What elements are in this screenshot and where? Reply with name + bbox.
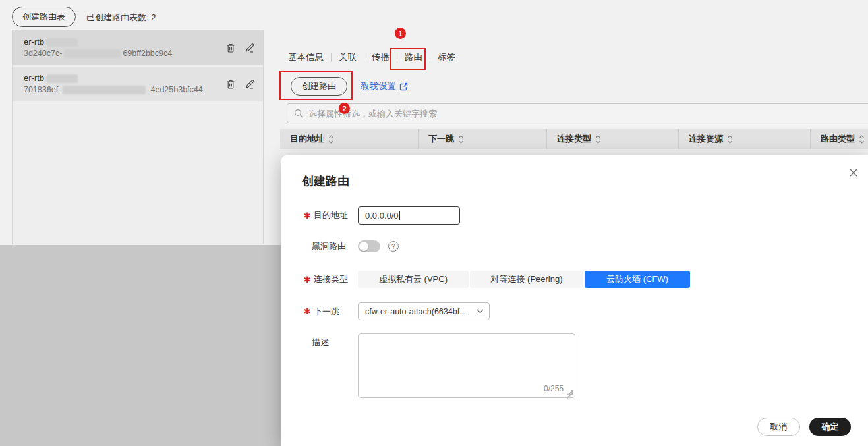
edit-icon[interactable] [245, 43, 255, 53]
tab-associations[interactable]: 关联 [339, 51, 357, 63]
column-label: 连接类型 [557, 133, 591, 145]
blackhole-label: 黑洞路由 [304, 240, 358, 252]
create-route-dialog: 创建路由 ✱ 目的地址 0.0.0.0/0 黑洞路由 ? ✱ [281, 155, 868, 446]
detail-tabs: 基本信息 关联 传播 路由 标签 [288, 51, 463, 64]
tab-tags[interactable]: 标签 [438, 51, 455, 63]
search-icon [294, 109, 303, 118]
tab-separator [364, 53, 364, 62]
route-table-count-text: 已创建路由表数: 2 [86, 12, 156, 24]
required-asterisk: ✱ [304, 211, 311, 221]
redacted-block [63, 86, 146, 94]
next-hop-select[interactable]: cfw-er-auto-attach(6634bf... [358, 302, 490, 320]
external-link-icon [399, 82, 408, 91]
attachment-type-option-peering[interactable]: 对等连接 (Peering) [470, 271, 583, 288]
annotation-step-1-badge: 1 [395, 28, 406, 39]
column-header-route-type[interactable]: 路由类型 [810, 129, 868, 149]
help-icon[interactable]: ? [388, 241, 399, 252]
sort-icon[interactable] [859, 135, 865, 144]
redacted-block [64, 49, 121, 58]
attachment-type-row: ✱ 连接类型 虚拟私有云 (VPC) 对等连接 (Peering) 云防火墙 (… [304, 271, 691, 288]
tab-basic-info[interactable]: 基本信息 [288, 51, 324, 63]
annotation-box-routes-tab [390, 48, 426, 70]
sort-icon[interactable] [458, 135, 464, 144]
annotation-step-2-badge: 2 [339, 103, 350, 114]
destination-input[interactable]: 0.0.0.0/0 [358, 206, 460, 225]
redacted-block [46, 38, 78, 47]
edit-icon[interactable] [245, 79, 255, 90]
text-caret [399, 211, 401, 220]
delete-icon[interactable] [225, 43, 236, 53]
required-asterisk: ✱ [304, 306, 311, 316]
description-textarea[interactable] [358, 333, 575, 398]
toggle-knob [359, 242, 368, 251]
sort-icon[interactable] [328, 135, 334, 144]
cancel-button[interactable]: 取消 [757, 418, 800, 436]
route-table-list: er-rtb 3d240c7c-69bff2bbc9c4 er-rtb 7018 [12, 30, 264, 244]
next-hop-label: ✱ 下一跳 [304, 306, 358, 318]
column-label: 目的地址 [290, 133, 324, 145]
search-input[interactable] [308, 109, 868, 119]
resize-grip-icon[interactable] [567, 390, 573, 395]
column-header-destination[interactable]: 目的地址 [280, 129, 418, 149]
column-label: 下一跳 [428, 133, 454, 145]
blackhole-toggle[interactable] [358, 240, 380, 252]
setup-guide-link[interactable]: 教我设置 [361, 77, 408, 96]
blackhole-field-row: 黑洞路由 ? [304, 238, 399, 254]
column-header-attachment-type[interactable]: 连接类型 [546, 129, 678, 149]
sort-icon[interactable] [727, 135, 733, 144]
dialog-title: 创建路由 [302, 173, 349, 189]
route-table-name: er-rtb [24, 72, 256, 84]
delete-icon[interactable] [225, 79, 236, 90]
route-table-item-2[interactable]: er-rtb 701836ef--4ed25b3bfc44 [13, 67, 263, 101]
column-header-next-hop[interactable]: 下一跳 [418, 129, 546, 149]
redacted-block [46, 74, 78, 83]
char-counter: 0/255 [544, 384, 564, 393]
next-hop-row: ✱ 下一跳 cfw-er-auto-attach(6634bf... [304, 302, 490, 320]
description-label: 描述 [304, 333, 358, 348]
close-icon[interactable] [848, 167, 859, 178]
route-table-item-1[interactable]: er-rtb 3d240c7c-69bff2bbc9c4 [13, 30, 263, 65]
column-label: 路由类型 [821, 133, 855, 145]
chevron-down-icon [477, 309, 484, 314]
confirm-button[interactable]: 确定 [809, 418, 851, 436]
route-search-box [287, 103, 868, 123]
column-header-attachment-resource[interactable]: 连接资源 [678, 129, 810, 149]
dialog-footer: 取消 确定 [757, 418, 851, 436]
attachment-type-option-cfw-selected[interactable]: 云防火墙 (CFW) [585, 271, 690, 288]
description-row: 描述 0/255 [304, 333, 575, 398]
attachment-type-label: ✱ 连接类型 [304, 273, 358, 285]
tab-propagations[interactable]: 传播 [372, 51, 390, 63]
next-hop-value: cfw-er-auto-attach(6634bf... [365, 307, 477, 316]
destination-field-row: ✱ 目的地址 0.0.0.0/0 [304, 206, 460, 225]
route-table-id: 3d240c7c-69bff2bbc9c4 [24, 47, 256, 59]
description-textarea-wrap: 0/255 [358, 333, 575, 398]
column-label: 连接资源 [689, 133, 723, 145]
required-asterisk: ✱ [304, 275, 311, 285]
route-table-id: 701836ef--4ed25b3bfc44 [24, 84, 256, 96]
destination-label: ✱ 目的地址 [304, 209, 358, 221]
route-table-header: 目的地址 下一跳 连接类型 连接资源 [280, 129, 868, 149]
annotation-box-create-route [279, 71, 353, 100]
setup-guide-label: 教我设置 [361, 80, 396, 92]
create-route-table-button[interactable]: 创建路由表 [12, 7, 76, 27]
attachment-type-option-vpc[interactable]: 虚拟私有云 (VPC) [358, 271, 469, 288]
tab-separator [430, 53, 430, 62]
row-actions [225, 30, 255, 65]
screenshot-root: 创建路由表 已创建路由表数: 2 er-rtb 3d240c7c-69bff2b… [0, 0, 868, 446]
route-table-name: er-rtb [24, 36, 256, 47]
sort-icon[interactable] [595, 135, 601, 144]
tab-separator [331, 53, 332, 62]
row-actions [225, 67, 255, 101]
destination-value: 0.0.0.0/0 [365, 211, 399, 221]
